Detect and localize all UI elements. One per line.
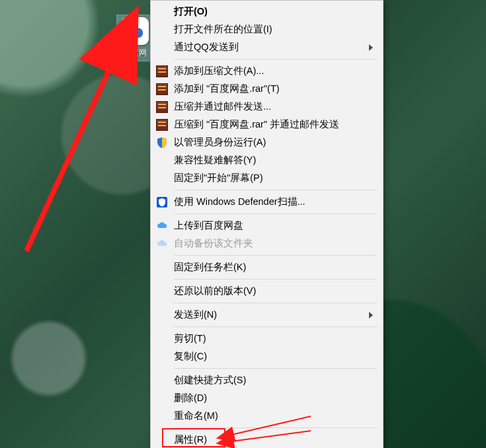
menu-separator bbox=[174, 190, 377, 190]
desktop-icon-baidu-netdisk[interactable]: 百度网 bbox=[116, 15, 153, 61]
menu-cut[interactable]: 剪切(T) bbox=[151, 330, 382, 348]
menu-rar-add[interactable]: 添加到压缩文件(A)... bbox=[151, 62, 382, 80]
menu-open-label: 打开(O) bbox=[174, 5, 208, 18]
menu-create-shortcut[interactable]: 创建快捷方式(S) bbox=[151, 371, 382, 389]
menu-separator bbox=[174, 255, 377, 256]
baidu-cloud-icon bbox=[156, 238, 168, 250]
menu-rar-email[interactable]: 压缩并通过邮件发送... bbox=[151, 98, 382, 116]
menu-baidu-auto-backup: 自动备份该文件夹 bbox=[151, 235, 382, 252]
menu-delete-label: 删除(D) bbox=[174, 392, 207, 404]
submenu-arrow-icon bbox=[369, 312, 373, 318]
menu-open[interactable]: 打开(O) bbox=[151, 3, 382, 20]
menu-rename-label: 重命名(M) bbox=[174, 410, 218, 422]
menu-rar-email-label: 压缩并通过邮件发送... bbox=[174, 100, 271, 113]
menu-rename[interactable]: 重命名(M) bbox=[151, 407, 382, 425]
menu-separator bbox=[174, 279, 377, 280]
winrar-icon bbox=[156, 83, 168, 95]
menu-open-file-location[interactable]: 打开文件所在的位置(I) bbox=[151, 20, 382, 38]
svg-rect-2 bbox=[129, 36, 142, 38]
menu-separator bbox=[174, 59, 377, 59]
menu-restore-previous-versions[interactable]: 还原以前的版本(V) bbox=[151, 282, 382, 300]
baidu-cloud-icon bbox=[156, 220, 168, 232]
desktop-icon-label: 百度网 bbox=[123, 48, 147, 59]
menu-defender-label: 使用 Windows Defender扫描... bbox=[174, 196, 305, 208]
menu-pin-taskbar-label: 固定到任务栏(K) bbox=[174, 261, 246, 274]
menu-separator bbox=[174, 303, 377, 303]
menu-send-to[interactable]: 发送到(N) bbox=[151, 306, 382, 324]
menu-qq-send[interactable]: 通过QQ发送到 bbox=[151, 38, 382, 56]
menu-copy-label: 复制(C) bbox=[174, 350, 207, 363]
uac-shield-icon bbox=[156, 137, 168, 149]
menu-cut-label: 剪切(T) bbox=[174, 332, 206, 345]
menu-copy[interactable]: 复制(C) bbox=[151, 348, 382, 365]
menu-compat-label: 兼容性疑难解答(Y) bbox=[174, 154, 256, 167]
menu-create-shortcut-label: 创建快捷方式(S) bbox=[174, 374, 246, 387]
winrar-icon bbox=[156, 65, 168, 77]
menu-rar-add-named[interactable]: 添加到 "百度网盘.rar"(T) bbox=[151, 80, 382, 98]
menu-rar-add-named-label: 添加到 "百度网盘.rar"(T) bbox=[174, 83, 280, 95]
menu-run-as-admin-label: 以管理员身份运行(A) bbox=[174, 136, 266, 149]
menu-separator bbox=[174, 368, 377, 369]
menu-restore-prev-label: 还原以前的版本(V) bbox=[174, 285, 256, 297]
menu-rar-named-email[interactable]: 压缩到 "百度网盘.rar" 并通过邮件发送 bbox=[151, 116, 382, 133]
menu-baidu-backup-label: 自动备份该文件夹 bbox=[174, 237, 253, 250]
menu-separator bbox=[174, 428, 377, 428]
menu-pin-start[interactable]: 固定到"开始"屏幕(P) bbox=[151, 169, 382, 187]
menu-compat-troubleshoot[interactable]: 兼容性疑难解答(Y) bbox=[151, 151, 382, 169]
menu-separator bbox=[174, 326, 377, 327]
menu-open-location-label: 打开文件所在的位置(I) bbox=[174, 23, 272, 36]
menu-separator bbox=[174, 213, 377, 214]
menu-baidu-upload[interactable]: 上传到百度网盘 bbox=[151, 217, 382, 235]
menu-baidu-upload-label: 上传到百度网盘 bbox=[174, 219, 243, 232]
submenu-arrow-icon bbox=[369, 44, 373, 51]
menu-send-to-label: 发送到(N) bbox=[174, 309, 217, 321]
menu-defender-scan[interactable]: 使用 Windows Defender扫描... bbox=[151, 193, 382, 211]
winrar-icon bbox=[156, 101, 168, 113]
menu-properties[interactable]: 属性(R) bbox=[151, 431, 382, 448]
winrar-icon bbox=[156, 119, 168, 131]
menu-delete[interactable]: 删除(D) bbox=[151, 389, 382, 407]
baidu-netdisk-icon bbox=[121, 17, 149, 45]
menu-qq-send-label: 通过QQ发送到 bbox=[174, 41, 239, 54]
menu-pin-taskbar[interactable]: 固定到任务栏(K) bbox=[151, 258, 382, 276]
menu-run-as-admin[interactable]: 以管理员身份运行(A) bbox=[151, 133, 382, 151]
context-menu: 打开(O) 打开文件所在的位置(I) 通过QQ发送到 添加到压缩文件(A)...… bbox=[150, 0, 384, 448]
menu-pin-start-label: 固定到"开始"屏幕(P) bbox=[174, 172, 263, 184]
menu-rar-named-email-label: 压缩到 "百度网盘.rar" 并通过邮件发送 bbox=[174, 118, 339, 131]
menu-properties-label: 属性(R) bbox=[174, 433, 207, 446]
windows-defender-icon bbox=[156, 196, 168, 208]
menu-rar-add-label: 添加到压缩文件(A)... bbox=[174, 65, 264, 77]
